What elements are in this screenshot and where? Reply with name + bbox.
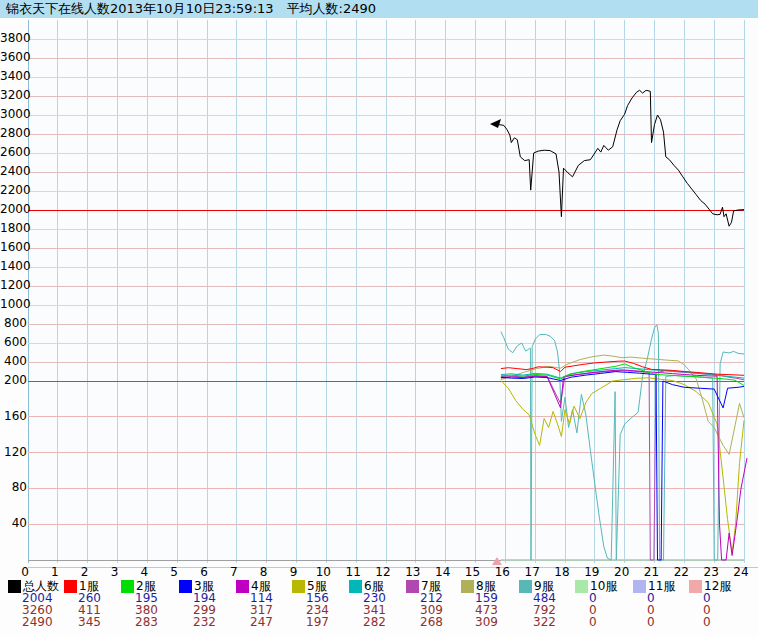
y-tick-label: 2400 <box>0 165 27 178</box>
y-tick-label: 120 <box>0 446 27 459</box>
y-tick-label: 80 <box>0 481 27 494</box>
y-tick-label: 2800 <box>0 127 27 140</box>
y-tick-label: 40 <box>0 517 27 530</box>
y-tick-label: 2000 <box>0 203 27 216</box>
y-tick-label: 1200 <box>0 279 27 292</box>
y-tick-label: 160 <box>0 410 27 423</box>
legend-stat-average: 309 <box>475 616 498 628</box>
y-tick-label: 3400 <box>0 70 27 83</box>
plot-background <box>28 19 758 567</box>
legend-stat-average: 322 <box>533 616 556 628</box>
legend-swatch <box>406 580 419 593</box>
legend-stat-average: 0 <box>589 616 597 628</box>
y-tick-label: 1000 <box>0 298 27 311</box>
legend-stat-average: 197 <box>306 616 329 628</box>
legend-swatch <box>8 580 21 593</box>
legend-swatch <box>64 580 77 593</box>
y-tick-label: 600 <box>0 336 27 349</box>
legend-swatch <box>292 580 305 593</box>
y-tick-label: 3600 <box>0 51 27 64</box>
legend-swatch <box>349 580 362 593</box>
legend-swatch <box>461 580 474 593</box>
legend-swatch <box>121 580 134 593</box>
legend-stat-average: 232 <box>193 616 216 628</box>
y-tick-label: 1800 <box>0 222 27 235</box>
legend-swatch <box>575 580 588 593</box>
legend-stat-average: 2490 <box>22 616 53 628</box>
x-tick-label: 24 <box>722 566 758 579</box>
y-tick-label: 2600 <box>0 146 27 159</box>
y-tick-label: 3000 <box>0 108 27 121</box>
y-tick-label: 800 <box>0 317 27 330</box>
legend-swatch <box>179 580 192 593</box>
legend-stat-average: 345 <box>78 616 101 628</box>
y-tick-label: 2200 <box>0 184 27 197</box>
y-tick-label: 3200 <box>0 89 27 102</box>
plot-area <box>28 19 758 567</box>
y-tick-label: 400 <box>0 355 27 368</box>
legend-stat-average: 0 <box>647 616 655 628</box>
chart-canvas <box>0 0 758 636</box>
y-tick-label: 200 <box>0 374 27 387</box>
y-tick-label: 1400 <box>0 260 27 273</box>
legend-swatch <box>519 580 532 593</box>
legend-swatch <box>689 580 702 593</box>
y-tick-label: 1600 <box>0 241 27 254</box>
legend-stat-average: 247 <box>250 616 273 628</box>
y-tick-label: 3800 <box>0 32 27 45</box>
legend-stat-average: 283 <box>135 616 158 628</box>
legend-swatch <box>633 580 646 593</box>
legend-stat-average: 282 <box>363 616 386 628</box>
legend-swatch <box>236 580 249 593</box>
legend-stat-average: 268 <box>420 616 443 628</box>
legend-stat-average: 0 <box>703 616 711 628</box>
